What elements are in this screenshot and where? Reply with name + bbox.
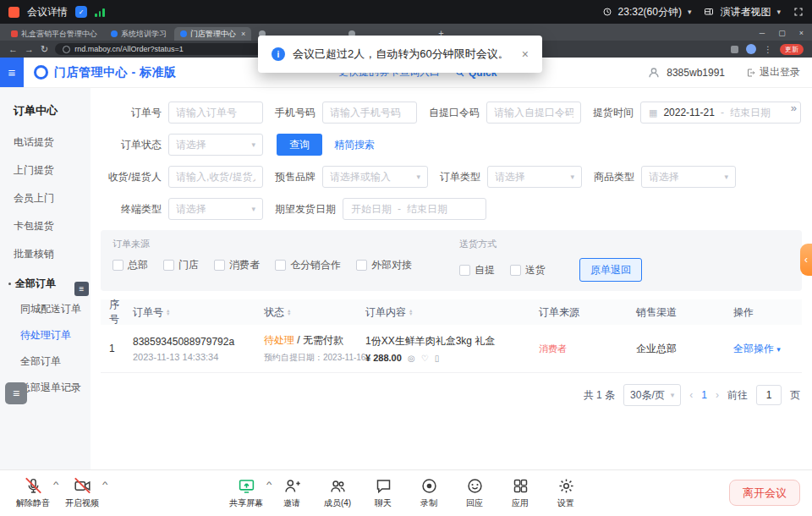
order-no-text[interactable]: 83859345088979792a — [133, 336, 259, 348]
microphone-icon — [25, 477, 42, 495]
pickup-code-input[interactable] — [486, 102, 581, 124]
sidebar-item-card-pickup[interactable]: 卡包提货 — [0, 212, 91, 240]
order-type-select[interactable]: 请选择 ▾ — [487, 166, 582, 188]
share-screen-button[interactable]: 共享屏幕 ^ — [223, 477, 269, 509]
checkbox-distribution[interactable]: 仓分销合作 — [275, 258, 341, 272]
browser-tab-giftbox[interactable]: 礼盒营销平台管理中心 — [5, 27, 103, 41]
all-actions-dropdown[interactable]: 全部操作 ▾ — [733, 343, 781, 354]
column-order-no[interactable]: 订单号▲▼ — [133, 305, 264, 320]
app-menu-button[interactable]: ≡ — [0, 58, 24, 87]
order-content-text: 1份XX生鲜羊肉礼盒3kg 礼盒 — [365, 334, 534, 349]
app-logo: 门店管理中心 - 标准版 — [34, 65, 176, 80]
sidebar: 订单中心 电话提货 上门提货 会员上门 卡包提货 批量核销 全部订单 同城配送订… — [0, 88, 91, 469]
chat-button[interactable]: 聊天 — [360, 477, 406, 509]
simple-search-link[interactable]: 精简搜索 — [334, 138, 375, 152]
refresh-button[interactable]: ↻ — [41, 44, 48, 55]
invite-icon — [283, 477, 301, 495]
settings-button[interactable]: 设置 — [543, 477, 589, 509]
back-button[interactable]: ← — [8, 44, 18, 54]
checkbox-label: 送货 — [525, 263, 546, 277]
table-row: 1 83859345088979792a 2023-11-13 14:33:34… — [101, 325, 802, 373]
column-content[interactable]: 订单内容▲▼ — [365, 305, 539, 320]
window-controls: ─ ▢ × — [760, 29, 807, 37]
invite-button[interactable]: 邀请 — [269, 477, 315, 509]
apps-button[interactable]: 应用 — [497, 477, 543, 509]
order-source-panel: 订单来源 总部 门店 消费者 仓分销合作 外部对接 送货方式 自提 送货 原单退… — [101, 230, 802, 291]
presale-brand-value: 请选择或输入 — [330, 170, 416, 184]
video-options-caret[interactable]: ^ — [102, 480, 107, 489]
logout-button[interactable]: 退出登录 — [746, 65, 800, 80]
order-source-options: 总部 门店 消费者 仓分销合作 外部对接 — [112, 258, 412, 272]
sidebar-item-phone-pickup[interactable]: 电话提货 — [0, 129, 91, 156]
maximize-button[interactable]: ▢ — [778, 29, 786, 37]
page-number-current[interactable]: 1 — [701, 389, 707, 401]
floating-menu-button[interactable]: ≡ — [5, 382, 27, 404]
meeting-details-button[interactable]: 会议详情 — [27, 5, 68, 19]
browser-tab-training[interactable]: 系统培训学习 — [105, 27, 173, 41]
pickup-date-range[interactable]: ▦ 2022-11-21 - 结束日期 — [640, 102, 801, 124]
view-mode-button[interactable]: 演讲者视图 — [720, 5, 771, 19]
goods-type-select[interactable]: 请选择 ▾ — [641, 166, 736, 188]
receiver-input[interactable] — [168, 166, 263, 188]
sidebar-item-city-delivery-orders[interactable]: 同城配送订单 — [0, 296, 91, 322]
pickup-start-date: 2022-11-21 — [663, 107, 715, 118]
cell-action: 全部操作 ▾ — [733, 342, 802, 356]
order-no-input[interactable] — [168, 102, 263, 124]
view-caret-icon[interactable]: ▾ — [776, 8, 781, 16]
leave-meeting-button[interactable]: 离开会议 — [729, 480, 800, 506]
search-button[interactable]: 查询 — [277, 134, 322, 156]
checkbox-store[interactable]: 门店 — [163, 258, 199, 272]
sidebar-collapse-icon[interactable]: ≡ — [74, 282, 89, 296]
sort-icon[interactable]: ▲▼ — [409, 309, 413, 316]
order-status-select[interactable]: 请选择 ▾ — [168, 134, 263, 156]
timer-icon — [602, 7, 612, 17]
tab-close-icon[interactable]: × — [241, 30, 245, 38]
sidebar-item-batch-verify[interactable]: 批量核销 — [0, 240, 91, 268]
reactions-button[interactable]: 回应 — [452, 477, 497, 509]
browser-menu-icon[interactable]: ⋮ — [764, 45, 772, 54]
original-return-button[interactable]: 原单退回 — [579, 258, 642, 282]
ship-date-range[interactable]: 开始日期 - 结束日期 — [343, 198, 486, 220]
sidebar-item-pending-orders[interactable]: 待处理订单 — [0, 322, 91, 349]
chevron-down-icon: ▾ — [724, 173, 728, 181]
sidebar-item-door-pickup[interactable]: 上门提货 — [0, 156, 91, 184]
fullscreen-icon[interactable] — [793, 7, 804, 17]
mic-options-caret[interactable]: ^ — [53, 480, 58, 489]
unmute-button[interactable]: 解除静音 ^ — [10, 477, 56, 509]
side-panel-pull-tab[interactable]: ‹ — [800, 244, 812, 276]
record-button[interactable]: 录制 — [406, 477, 452, 509]
toast-close-icon[interactable]: × — [522, 47, 529, 61]
sort-icon[interactable]: ▲▼ — [166, 309, 170, 316]
sidebar-item-member-visit[interactable]: 会员上门 — [0, 184, 91, 212]
checkbox-self-pickup[interactable]: 自提 — [459, 263, 495, 277]
prev-page-button[interactable]: ‹ — [689, 389, 693, 401]
sort-icon[interactable]: ▲▼ — [287, 309, 291, 316]
browser-tab-store-center[interactable]: 门店管理中心 × — [174, 27, 251, 41]
browser-profile-avatar[interactable] — [746, 44, 756, 54]
next-page-button[interactable]: › — [716, 389, 719, 401]
presale-brand-select[interactable]: 请选择或输入 ▾ — [322, 166, 428, 188]
extension-icon[interactable] — [731, 46, 738, 53]
sidebar-item-all-orders[interactable]: 全部订单 — [0, 349, 91, 375]
forward-button[interactable]: → — [25, 44, 34, 54]
checkbox-icon — [163, 260, 174, 271]
phone-input[interactable] — [322, 102, 417, 124]
security-shield-icon[interactable]: ✓ — [75, 6, 87, 18]
filter-collapse-icon[interactable]: » — [791, 102, 797, 114]
timer-caret-icon[interactable]: ▾ — [688, 8, 692, 16]
checkbox-consumer[interactable]: 消费者 — [214, 258, 260, 272]
page-size-select[interactable]: 30条/页 ▾ — [623, 384, 681, 406]
checkbox-external[interactable]: 外部对接 — [356, 258, 412, 272]
site-info-icon[interactable] — [63, 46, 70, 53]
terminal-type-select[interactable]: 请选择 ▾ — [168, 198, 263, 220]
minimize-button[interactable]: ─ — [760, 29, 765, 37]
start-video-button[interactable]: 开启视频 ^ — [59, 477, 105, 509]
checkbox-delivery[interactable]: 送货 — [510, 263, 546, 277]
column-status[interactable]: 状态▲▼ — [264, 305, 365, 320]
goto-page-input[interactable] — [756, 385, 782, 405]
close-window-button[interactable]: × — [799, 29, 804, 37]
browser-update-button[interactable]: 更新 — [780, 44, 804, 55]
members-button[interactable]: 成员(4) — [315, 477, 360, 509]
checkbox-hq[interactable]: 总部 — [112, 258, 148, 272]
ship-start-date: 开始日期 — [351, 202, 392, 217]
